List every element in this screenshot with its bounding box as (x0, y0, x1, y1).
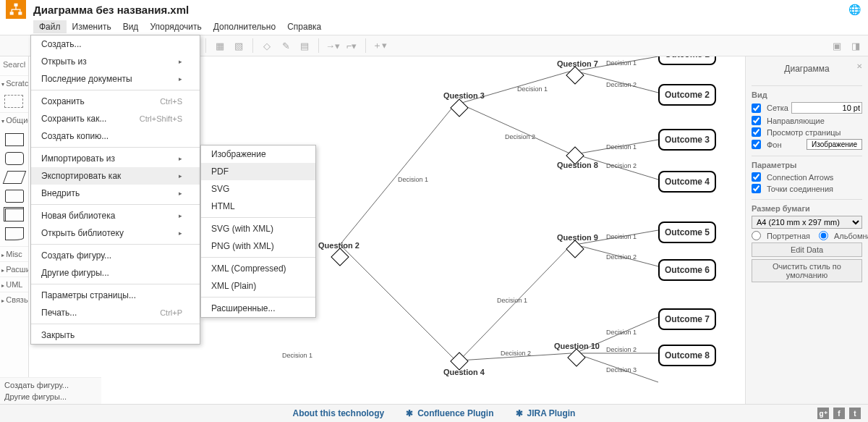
grid-label: Сетка (767, 104, 788, 112)
file-menu-item[interactable]: Сохранить как...Ctrl+Shift+S (31, 110, 200, 127)
googleplus-icon[interactable]: g⁺ (817, 408, 829, 419)
view-heading: Вид (752, 85, 862, 99)
d-label: Decision 1 (497, 297, 527, 304)
outcome-2[interactable]: Outcome 2 (658, 84, 716, 106)
shape-rounded[interactable] (5, 152, 24, 165)
shape-doc[interactable] (5, 227, 24, 240)
insert-icon[interactable]: ＋▾ (372, 38, 388, 54)
q2-node[interactable] (331, 248, 349, 266)
file-menu-item[interactable]: Импортировать из (31, 150, 200, 167)
sidebar-general[interactable]: Общие (0, 112, 28, 127)
file-menu-item[interactable]: Экспортировать как (31, 167, 200, 185)
about-link[interactable]: About this technology (293, 408, 385, 418)
facebook-icon[interactable]: f (833, 408, 845, 419)
sidebar-misc[interactable]: Misc (0, 246, 28, 261)
file-menu-item[interactable]: Параметры страницы... (31, 287, 200, 304)
fullscreen-icon[interactable]: ▣ (829, 38, 845, 54)
file-menu-item[interactable]: Внедрить (31, 185, 200, 202)
edit-data-button[interactable]: Edit Data (752, 242, 862, 257)
pageview-checkbox[interactable] (752, 127, 761, 137)
export-menu-item[interactable]: Расширенные... (201, 300, 315, 317)
shape-stack[interactable] (5, 208, 24, 221)
sidebar-scratchpad[interactable]: Scratch (0, 75, 28, 90)
q3-node[interactable] (450, 98, 468, 117)
format-panel: Диаграмма✕ Вид Сетка Направляющие Просмо… (745, 56, 868, 404)
to-back-icon[interactable]: ▧ (231, 38, 247, 54)
shape-parallelogram[interactable] (2, 171, 26, 184)
paper-size-select[interactable]: A4 (210 mm x 297 mm) (752, 216, 862, 229)
shadow-icon[interactable]: ▤ (297, 38, 312, 54)
shape-rect2[interactable] (5, 190, 24, 203)
file-menu-item[interactable]: Открыть библиотеку (31, 224, 200, 242)
export-menu-item[interactable]: SVG (with XML) (201, 220, 315, 237)
file-menu-item[interactable]: Новая библиотека (31, 207, 200, 224)
guides-checkbox[interactable] (752, 116, 761, 125)
q7-node[interactable] (566, 66, 584, 84)
menubar: Файл Изменить Вид Упорядочить Дополнител… (0, 19, 868, 35)
outcome-4[interactable]: Outcome 4 (658, 171, 716, 193)
sidebar-er[interactable]: Связь между объектами (0, 292, 28, 307)
more-shapes-link[interactable]: Другие фигуры... (4, 391, 97, 402)
export-menu-item[interactable]: XML (Plain) (201, 277, 315, 295)
file-menu-item[interactable]: Создать фигуру... (31, 247, 200, 264)
outcome-5[interactable]: Outcome 5 (658, 221, 716, 243)
fill-color-icon[interactable]: ◇ (259, 38, 275, 54)
line-color-icon[interactable]: ✎ (278, 38, 294, 54)
clear-style-button[interactable]: Очистить стиль по умолчанию (752, 259, 862, 282)
menu-file[interactable]: Файл (33, 20, 67, 33)
d-label: Decision 2 (606, 162, 637, 169)
format-panel-icon[interactable]: ◨ (848, 38, 864, 54)
export-menu-item[interactable]: HTML (201, 198, 315, 215)
file-menu-item[interactable]: СохранитьCtrl+S (31, 93, 200, 110)
q7-label: Question 7 (557, 59, 598, 68)
file-menu-item[interactable]: Создать... (31, 35, 200, 53)
menu-extras[interactable]: Дополнительно (208, 20, 281, 33)
portrait-radio[interactable] (752, 231, 761, 240)
twitter-icon[interactable]: t (849, 408, 861, 419)
to-front-icon[interactable]: ▦ (212, 38, 228, 54)
jira-link[interactable]: ✱JIRA Plugin (516, 408, 576, 418)
grid-checkbox[interactable] (752, 104, 761, 113)
bg-image-button[interactable]: Изображение (807, 139, 862, 150)
file-menu-item[interactable]: Последние документы (31, 70, 200, 88)
grid-size-input[interactable] (791, 102, 862, 114)
confluence-link[interactable]: ✱Confluence Plugin (406, 408, 493, 418)
outcome-1[interactable]: Outcome 1 (658, 56, 716, 65)
export-menu-item[interactable]: Изображение (201, 145, 315, 163)
create-shape-link[interactable]: Создать фигуру... (4, 379, 97, 391)
waypoints-icon[interactable]: ⌐▾ (344, 38, 359, 54)
outcome-6[interactable]: Outcome 6 (658, 259, 716, 281)
file-menu-item[interactable]: Другие фигуры... (31, 264, 200, 282)
language-icon[interactable]: 🌐 (848, 4, 861, 15)
file-menu-item[interactable]: Закрыть (31, 326, 200, 344)
export-menu-item[interactable]: XML (Compressed) (201, 260, 315, 277)
outcome-8[interactable]: Outcome 8 (658, 345, 716, 366)
menu-help[interactable]: Справка (281, 20, 327, 33)
menu-view[interactable]: Вид (117, 20, 145, 33)
conn-points-checkbox[interactable] (752, 184, 761, 193)
outcome-7[interactable]: Outcome 7 (658, 308, 716, 330)
sidebar-uml[interactable]: UML (0, 277, 28, 292)
conn-arrows-checkbox[interactable] (752, 172, 761, 182)
bg-checkbox[interactable] (752, 140, 761, 149)
d-label: Decision 1 (606, 59, 637, 67)
sidebar-advanced[interactable]: Расширенные (0, 261, 28, 277)
d-label: Decision 2 (606, 253, 637, 261)
export-menu-item[interactable]: PDF (201, 163, 315, 180)
export-menu-item[interactable]: PNG (with XML) (201, 237, 315, 255)
search-input[interactable] (3, 60, 25, 69)
landscape-radio[interactable] (819, 231, 828, 240)
scratch-shape[interactable] (4, 95, 23, 108)
q9-node[interactable] (566, 240, 584, 258)
file-menu-item[interactable]: Печать...Ctrl+P (31, 304, 200, 321)
outcome-3[interactable]: Outcome 3 (658, 129, 716, 151)
close-panel-icon[interactable]: ✕ (856, 62, 862, 70)
connection-icon[interactable]: →▾ (325, 38, 341, 54)
q10-node[interactable] (567, 348, 585, 366)
menu-edit[interactable]: Изменить (67, 20, 117, 33)
file-menu-item[interactable]: Открыть из (31, 53, 200, 70)
menu-arrange[interactable]: Упорядочить (144, 20, 207, 33)
export-menu-item[interactable]: SVG (201, 180, 315, 198)
file-menu-item[interactable]: Создать копию... (31, 127, 200, 145)
shape-rect[interactable] (5, 133, 24, 146)
